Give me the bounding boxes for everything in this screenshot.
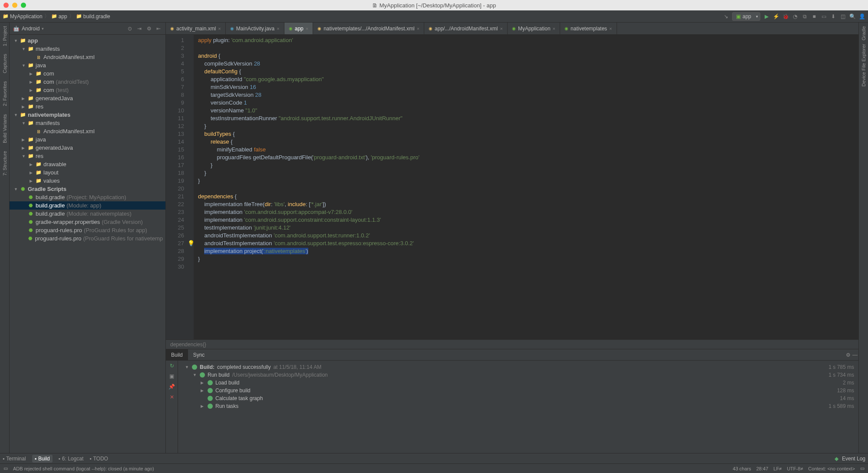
editor-tab[interactable]: ◉activity_main.xml×	[166, 23, 226, 34]
rerun-icon[interactable]: ↻	[168, 362, 175, 369]
tree-item[interactable]: ⬣build.gradle (Module: nativetemplates)	[10, 210, 165, 218]
build-row[interactable]: ▼Build: completed successfully at 11/5/1…	[182, 363, 854, 371]
expand-arrow-icon[interactable]: ▶	[30, 179, 34, 183]
build-row[interactable]: ▶Run tasks1 s 589 ms	[182, 402, 854, 410]
status-line-separator[interactable]: LF≠	[773, 466, 782, 471]
close-window-icon[interactable]	[3, 3, 9, 8]
tree-item[interactable]: ▼📁manifests	[10, 119, 165, 127]
gear-icon[interactable]: ⚙	[845, 351, 851, 358]
profile-icon[interactable]: ◔	[792, 13, 799, 20]
expand-arrow-icon[interactable]: ▶	[22, 105, 26, 109]
close-tab-icon[interactable]: ×	[218, 26, 221, 31]
sync-icon[interactable]: ↘	[723, 13, 729, 20]
close-tab-icon[interactable]: ×	[500, 26, 502, 31]
chevron-down-icon[interactable]: ▾	[42, 26, 44, 31]
tree-item[interactable]: ▶📁layout	[10, 168, 165, 177]
expand-arrow-icon[interactable]: ▼	[14, 39, 18, 43]
build-tab[interactable]: Sync	[188, 349, 210, 360]
tree-item[interactable]: ▶📁values	[10, 177, 165, 185]
close-tab-icon[interactable]: ×	[306, 26, 308, 31]
expand-arrow-icon[interactable]: ▼	[22, 154, 26, 158]
code-editor[interactable]: apply plugin: 'com.android.application' …	[194, 35, 858, 339]
run-config-selector[interactable]: ▣ app	[732, 12, 760, 21]
expand-arrow-icon[interactable]: ▶	[30, 80, 34, 84]
user-icon[interactable]: 👤	[858, 13, 865, 20]
tree-item[interactable]: ▼📁manifests	[10, 45, 165, 53]
tree-item[interactable]: ▶📁com (test)	[10, 86, 165, 94]
expand-arrow-icon[interactable]: ▼	[22, 47, 26, 51]
collapse-all-icon[interactable]: ⇥	[136, 25, 143, 32]
close-icon[interactable]: ✕	[168, 394, 175, 401]
tree-item[interactable]: ▶📁generatedJava	[10, 144, 165, 152]
tool-window-tab[interactable]: Gradle	[861, 24, 866, 42]
fold-gutter[interactable]: 💡	[188, 35, 194, 339]
zoom-window-icon[interactable]	[21, 3, 26, 8]
tree-item[interactable]: ▼📁app	[10, 36, 165, 45]
tool-window-tab[interactable]: 7: Structure	[2, 149, 7, 177]
build-row[interactable]: ▼Run build /Users/jweisbaum/Desktop/MyAp…	[182, 371, 854, 379]
tree-item[interactable]: ⬣proguard-rules.pro (ProGuard Rules for …	[10, 226, 165, 234]
minimize-window-icon[interactable]	[12, 3, 17, 8]
tree-item[interactable]: ▶📁generatedJava	[10, 94, 165, 102]
tree-item[interactable]: ▶📁java	[10, 135, 165, 144]
tree-item[interactable]: ▶📁com	[10, 69, 165, 78]
apply-changes-icon[interactable]: ⚡	[772, 13, 779, 20]
expand-arrow-icon[interactable]: ▶	[30, 171, 34, 175]
editor-tab[interactable]: ◉MyApplication×	[508, 23, 560, 34]
tree-item[interactable]: ▼⬣Gradle Scripts	[10, 185, 165, 193]
hide-panel-icon[interactable]: ⇤	[155, 25, 162, 32]
breadcrumb-item[interactable]: 📁MyApplication	[3, 13, 43, 20]
editor-tab[interactable]: ◉nativetemplates/.../AndroidManifest.xml…	[313, 23, 424, 34]
pin-icon[interactable]: 📌	[168, 383, 175, 390]
expand-arrow-icon[interactable]: ▶	[30, 72, 34, 76]
search-icon[interactable]: 🔍	[849, 13, 856, 20]
stop-icon[interactable]: ■	[811, 13, 818, 20]
status-icon[interactable]: ▭	[3, 466, 8, 471]
breadcrumb-item[interactable]: 📁build.gradle	[76, 13, 110, 20]
bottom-tab[interactable]: ▪TODO	[89, 456, 108, 462]
tree-item[interactable]: ▶📁com (androidTest)	[10, 78, 165, 86]
status-context[interactable]: Context: <no context>	[808, 466, 855, 471]
tool-window-tab[interactable]: 1: Project	[2, 24, 7, 48]
filter-icon[interactable]: ▣	[168, 373, 175, 380]
editor-tab[interactable]: ◉app/.../AndroidManifest.xml×	[424, 23, 508, 34]
expand-arrow-icon[interactable]: ▶	[22, 138, 26, 142]
editor-tab[interactable]: ◉app×	[284, 23, 313, 34]
tree-item[interactable]: ▼📁res	[10, 152, 165, 160]
editor-breadcrumb[interactable]: dependencies{}	[166, 339, 858, 349]
avd-manager-icon[interactable]: ▭	[820, 13, 827, 20]
editor-tab[interactable]: ◉MainActivity.java×	[226, 23, 284, 34]
tree-item[interactable]: ⬣build.gradle (Module: app)	[10, 201, 165, 210]
debug-icon[interactable]: 🐞	[782, 13, 789, 20]
tool-window-tab[interactable]: Device File Explorer	[861, 42, 866, 88]
tool-window-tab[interactable]: Build Variants	[2, 112, 7, 145]
build-row[interactable]: ▶Load build2 ms	[182, 379, 854, 387]
close-tab-icon[interactable]: ×	[553, 26, 555, 31]
build-row[interactable]: ▶Configure build128 ms	[182, 387, 854, 394]
status-encoding[interactable]: UTF-8≠	[787, 466, 803, 471]
scroll-from-source-icon[interactable]: ⊙	[126, 25, 133, 32]
expand-arrow-icon[interactable]: ▶	[30, 162, 34, 167]
tree-item[interactable]: 🗎AndroidManifest.xml	[10, 127, 165, 135]
event-log-button[interactable]: Event Log	[842, 456, 865, 462]
run-icon[interactable]: ▶	[763, 13, 770, 20]
expand-arrow-icon[interactable]: ▶	[22, 96, 26, 101]
expand-arrow-icon[interactable]: ▼	[14, 187, 18, 191]
bottom-tab[interactable]: ▪6: Logcat	[59, 456, 84, 462]
tool-window-tab[interactable]: Captures	[2, 52, 7, 75]
tree-item[interactable]: ⬣build.gradle (Project: MyApplication)	[10, 193, 165, 201]
hide-panel-icon[interactable]: —	[851, 351, 858, 358]
gear-icon[interactable]: ⚙	[145, 25, 152, 32]
close-tab-icon[interactable]: ×	[417, 26, 419, 31]
attach-debugger-icon[interactable]: ⧉	[801, 13, 808, 20]
tree-item[interactable]: ▶📁drawable	[10, 160, 165, 168]
expand-arrow-icon[interactable]: ▶	[22, 146, 26, 150]
expand-arrow-icon[interactable]: ▼	[14, 113, 18, 117]
sdk-manager-icon[interactable]: ⬇	[830, 13, 837, 20]
build-row[interactable]: Calculate task graph14 ms	[182, 394, 854, 402]
close-tab-icon[interactable]: ×	[609, 26, 612, 31]
tree-item[interactable]: ▼📁java	[10, 61, 165, 69]
tool-window-tab[interactable]: 2: Favorites	[2, 79, 7, 108]
tree-item[interactable]: 🗎AndroidManifest.xml	[10, 53, 165, 61]
expand-arrow-icon[interactable]: ▼	[22, 121, 26, 125]
